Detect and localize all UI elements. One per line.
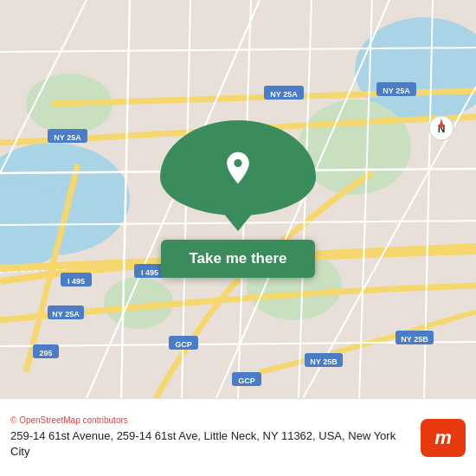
location-pin-icon xyxy=(219,149,257,187)
svg-text:NY 25A: NY 25A xyxy=(270,90,298,99)
svg-text:NY 25B: NY 25B xyxy=(401,335,428,344)
svg-text:GCP: GCP xyxy=(238,376,255,385)
svg-text:NY 25A: NY 25A xyxy=(383,87,410,95)
svg-text:NY 25A: NY 25A xyxy=(54,133,81,142)
svg-text:NY 25A: NY 25A xyxy=(52,310,80,318)
pin-area xyxy=(160,120,316,215)
take-me-there-button[interactable]: Take me there xyxy=(161,240,314,278)
svg-text:I 495: I 495 xyxy=(141,268,158,277)
svg-text:295: 295 xyxy=(39,349,52,357)
osm-credit: © OpenStreetMap contributors xyxy=(10,415,414,425)
moovit-logo: m xyxy=(421,419,466,457)
svg-text:GCP: GCP xyxy=(175,340,192,349)
moovit-logo-text: m xyxy=(434,427,452,449)
map-container: NY 25A NY 25A NY 25A I 495 I 495 GCP GCP… xyxy=(0,0,476,398)
svg-text:I 495: I 495 xyxy=(68,277,85,286)
address-text: 259-14 61st Avenue, 259-14 61st Ave, Lit… xyxy=(10,428,414,460)
info-bar: © OpenStreetMap contributors 259-14 61st… xyxy=(0,398,476,476)
address-block: © OpenStreetMap contributors 259-14 61st… xyxy=(10,415,414,460)
button-overlay: Take me there xyxy=(160,120,316,278)
svg-text:NY 25B: NY 25B xyxy=(310,357,338,366)
